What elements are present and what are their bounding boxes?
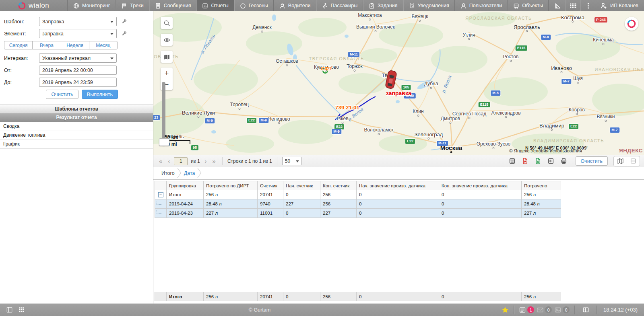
report-template-button[interactable]: [507, 157, 518, 166]
page-size-select[interactable]: 50: [282, 157, 301, 165]
map-city-label: Клин: [413, 109, 423, 114]
prev-page-button[interactable]: ‹: [166, 158, 171, 164]
yandex-logo: ЯНДЕКС: [619, 148, 643, 154]
table-cell: 256 л: [522, 190, 561, 199]
bottom-panel-button[interactable]: [3, 304, 15, 316]
result-item[interactable]: График: [0, 140, 153, 149]
nav-tab-flag[interactable]: Треки: [116, 0, 149, 11]
nav-tab-task[interactable]: Задания: [363, 0, 403, 11]
collapse-row-icon[interactable]: −: [158, 192, 163, 197]
report-sheet-tabs: ИтогоДата: [153, 167, 644, 180]
execute-button[interactable]: Выполнить: [82, 90, 118, 99]
result-item[interactable]: Движение топлива: [0, 131, 153, 140]
apps-panel-button[interactable]: [15, 304, 27, 316]
report-clear-button[interactable]: Очистить: [576, 156, 608, 166]
quick-range-button-0[interactable]: Сегодня: [4, 41, 33, 49]
to-date-input[interactable]: 2019 Апрель 24 23:59: [39, 78, 117, 87]
map-search-button[interactable]: [161, 17, 173, 29]
map-city-label: Ярославль: [514, 24, 540, 30]
element-select-value: заправка: [42, 31, 64, 37]
road-badge: М-9: [205, 118, 215, 123]
table-cell: 20741: [258, 292, 283, 301]
table-cell: 0: [283, 190, 320, 199]
element-select[interactable]: заправка: [39, 29, 117, 38]
map-visibility-button[interactable]: [161, 34, 173, 46]
map-city-label: Дубна: [424, 81, 438, 86]
nav-tab-notification[interactable]: Уведомления: [403, 0, 455, 11]
from-date-value: 2019 Апрель 22 00:00: [42, 68, 93, 73]
clear-button[interactable]: Очистить: [46, 90, 78, 99]
map-city-dot: [261, 31, 263, 33]
more-menu-button[interactable]: [580, 0, 596, 11]
table-row[interactable]: 2019-04-23227 л11001022700227 л: [155, 209, 644, 218]
nav-tab-driver[interactable]: Водители: [274, 0, 316, 11]
user-menu[interactable]: ИП Копанев: [596, 2, 644, 9]
first-page-button[interactable]: «: [157, 158, 164, 164]
table-cell: 256: [320, 190, 357, 199]
quick-range-button-2[interactable]: Неделя: [61, 41, 89, 49]
map-region-label: ВЛАДИМИРСКАЯ ОБЛАСТЬ: [533, 138, 604, 143]
nav-tab-passenger[interactable]: Пассажиры: [316, 0, 363, 11]
table-cell: 11001: [258, 209, 283, 218]
table-header-cell: Кон. значение произв. датчика: [439, 181, 522, 190]
layout-columns-button[interactable]: [580, 304, 592, 316]
map-city-dot: [510, 60, 512, 62]
nav-tab-geofence[interactable]: Геозоны: [234, 0, 274, 11]
copyright-label: © Gurtam: [249, 307, 270, 313]
template-settings-wrench-icon[interactable]: [121, 18, 128, 25]
last-page-button[interactable]: »: [211, 158, 217, 164]
table-cell: [155, 209, 167, 218]
table-cell: 227: [283, 199, 320, 209]
zoom-in-button[interactable]: +: [161, 68, 173, 79]
nav-tab-report[interactable]: Отчеты: [196, 0, 234, 11]
next-page-button[interactable]: ›: [203, 158, 208, 164]
sheet-tab-inactive[interactable]: Итого: [159, 170, 177, 176]
export-excel-button[interactable]: [533, 157, 543, 166]
tools-button[interactable]: [550, 0, 565, 11]
split-view-toggle[interactable]: [627, 156, 640, 166]
map-city-label: Ковров: [569, 107, 585, 113]
map-layers-button[interactable]: [161, 51, 173, 63]
quick-range-button-3[interactable]: Месяц: [89, 41, 118, 49]
import-export-button[interactable]: [546, 157, 556, 166]
map-city-label: Орехово-Зуево: [477, 141, 511, 147]
sheet-tab-active[interactable]: Дата: [182, 170, 198, 176]
page-number-input[interactable]: [174, 157, 188, 165]
page-size-value: 50: [285, 158, 290, 164]
map-view-toggle[interactable]: [614, 156, 627, 166]
quick-range-button-1[interactable]: Вчера: [32, 41, 61, 49]
terms-of-use-link[interactable]: Условия использования: [531, 148, 582, 153]
result-item[interactable]: Сводка: [0, 122, 153, 131]
table-row[interactable]: −Итого256 л20741025600256 л: [155, 190, 644, 199]
interval-select[interactable]: Указанный интервал: [39, 53, 117, 63]
nav-tab-globe[interactable]: Мониторинг: [68, 0, 116, 11]
element-settings-wrench-icon[interactable]: [121, 31, 128, 37]
report-template-icon: [509, 158, 516, 164]
road-badge: М-7: [561, 79, 571, 84]
map-canvas[interactable]: МаксатихаБежецкВышний ВолочёкДемянскЯрос…: [153, 11, 644, 155]
table-row[interactable]: 2019-04-2428.48 л97402272560028.48 л: [155, 199, 644, 209]
apps-button[interactable]: [565, 0, 580, 11]
table-cell: 256: [320, 199, 357, 209]
road-badge: Е22: [569, 124, 578, 129]
from-date-input[interactable]: 2019 Апрель 22 00:00: [39, 66, 117, 75]
messages-tray[interactable]: 0: [537, 306, 552, 314]
table-cell: 28.48 л: [522, 199, 561, 209]
zoom-slider-handle[interactable]: [159, 138, 169, 146]
report-templates-section-header[interactable]: Шаблоны отчетов: [0, 105, 153, 113]
notifications-count-badge: 1: [527, 306, 534, 313]
notifications-tray[interactable]: 1: [519, 306, 534, 314]
eye-icon: [163, 37, 170, 43]
media-tray[interactable]: 0: [554, 306, 570, 314]
table-cell: 0: [439, 199, 522, 209]
favorites-star-icon[interactable]: [502, 306, 509, 314]
print-button[interactable]: [559, 157, 569, 166]
map-city-dot: [603, 43, 605, 45]
report-result-section-header[interactable]: Результат отчета: [0, 113, 153, 122]
nav-tab-user[interactable]: Пользователи: [455, 0, 508, 11]
export-pdf-button[interactable]: [520, 157, 530, 166]
nav-tab-unit[interactable]: Объекты: [508, 0, 549, 11]
table-cell: 0: [439, 190, 522, 199]
template-select[interactable]: Заправка: [39, 17, 117, 26]
nav-tab-message[interactable]: Сообщения: [149, 0, 197, 11]
